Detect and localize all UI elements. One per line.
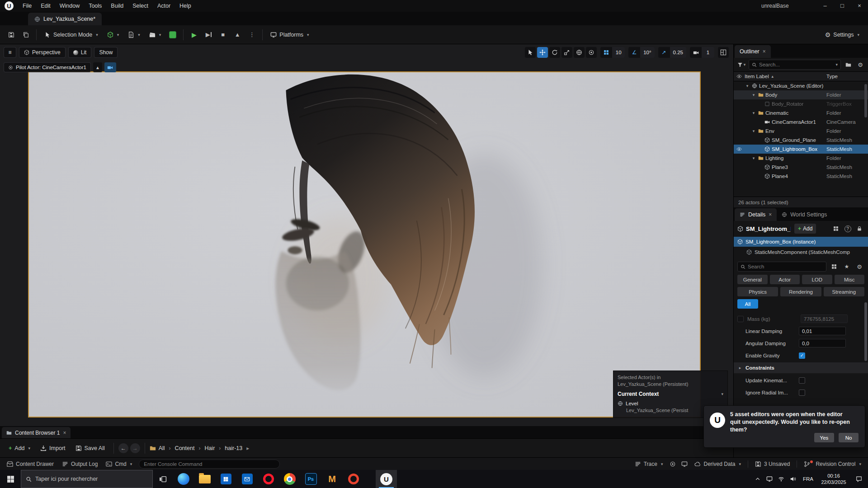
toast-yes-button[interactable]: Yes	[814, 433, 834, 442]
menu-actor[interactable]: Actor	[153, 0, 175, 12]
breadcrumb-hair-13[interactable]: hair-13	[224, 445, 243, 451]
taskbar-app-mail[interactable]	[236, 470, 258, 488]
close-button[interactable]: ×	[851, 0, 868, 12]
details-favorites-button[interactable]: ★	[842, 262, 852, 272]
maximize-viewport-button[interactable]	[718, 47, 729, 58]
tray-display-icon[interactable]	[764, 470, 775, 488]
details-settings-button[interactable]: ⚙	[854, 262, 864, 272]
breadcrumb-hair[interactable]: Hair	[203, 445, 216, 451]
current-context-dropdown[interactable]: Current Context ▾	[618, 390, 723, 398]
lit-dropdown[interactable]: Lit	[68, 47, 92, 58]
toast-no-button[interactable]: No	[839, 433, 859, 442]
rotation-snap-control[interactable]: ∠ 10°	[628, 47, 654, 58]
camera-speed-control[interactable]: 1	[690, 47, 714, 58]
menu-build[interactable]: Build	[106, 0, 128, 12]
trace-dropdown[interactable]: Trace ▾	[632, 458, 666, 470]
scale-snap-control[interactable]: ↗ 0.25	[658, 47, 686, 58]
world-space-toggle[interactable]	[574, 47, 585, 58]
pilot-actor-label-pill[interactable]: Pilot Actor: CineCameraActor1	[4, 62, 91, 72]
viewport-options-button[interactable]: ≡	[4, 47, 16, 58]
outliner-row[interactable]: ▾Lev_Yazkua_Scene (Editor)	[734, 81, 868, 90]
browse-content-button[interactable]	[19, 28, 33, 42]
outliner-search-input[interactable]	[759, 62, 832, 67]
taskbar-app-store[interactable]	[215, 470, 236, 488]
component-row[interactable]: StaticMeshComponent (StaticMeshComp	[734, 247, 868, 257]
tray-hidden-icons-button[interactable]	[752, 470, 764, 488]
filter-physics[interactable]: Physics	[737, 287, 778, 296]
taskbar-app-unreal[interactable]: U	[376, 470, 397, 488]
expander-icon[interactable]: ▾	[751, 129, 756, 133]
ignore-radial-checkbox[interactable]	[799, 389, 805, 396]
pilot-camera-view-toggle[interactable]	[104, 62, 116, 72]
tab-level-scene[interactable]: Lev_Yazkua_Scene*	[28, 13, 102, 25]
cb-save-all-button[interactable]: Save All	[71, 441, 109, 455]
breadcrumb-content[interactable]: Content	[174, 445, 196, 451]
filter-streaming[interactable]: Streaming	[824, 287, 864, 296]
close-icon[interactable]: ×	[769, 211, 772, 218]
filter-misc[interactable]: Misc	[835, 275, 865, 284]
outliner-row[interactable]: ▾Body Folder	[734, 90, 868, 99]
outliner-row[interactable]: Plane3 StaticMesh	[734, 163, 868, 172]
cinematics-dropdown[interactable]: ▾	[145, 28, 165, 42]
play-button[interactable]: ▶	[187, 28, 201, 42]
frame-skip-button[interactable]: ▶	[202, 28, 215, 42]
taskbar-app-m[interactable]: M	[321, 470, 343, 488]
visibility-column-header[interactable]	[734, 74, 745, 79]
breadcrumb-all[interactable]: All	[158, 445, 166, 451]
menu-select[interactable]: Select	[128, 0, 153, 12]
outliner-row[interactable]: SM_Ground_Plane StaticMesh	[734, 136, 868, 145]
outliner-row[interactable]: ▾Env Folder	[734, 127, 868, 136]
world-settings-tab[interactable]: World Settings	[777, 208, 832, 221]
level-viewport[interactable]: ≡ Perspective Lit Show 10	[0, 44, 733, 426]
surface-snap-toggle[interactable]	[586, 47, 597, 58]
record-button[interactable]	[668, 459, 678, 469]
scale-tool-button[interactable]	[561, 47, 572, 58]
content-browser-tab[interactable]: Content Browser 1 ×	[2, 427, 71, 438]
add-component-button[interactable]: + Add	[794, 224, 816, 234]
grid-snap-value[interactable]: 10	[612, 47, 625, 58]
filter-rendering[interactable]: Rendering	[780, 287, 821, 296]
save-button[interactable]	[5, 28, 18, 42]
forward-button[interactable]: →	[130, 443, 140, 453]
taskbar-app-chrome[interactable]	[279, 470, 300, 488]
outliner-row[interactable]: ▾Cinematic Folder	[734, 108, 868, 117]
taskbar-search[interactable]	[21, 470, 153, 488]
outliner-row[interactable]: CineCameraActor1 CineCamera	[734, 117, 868, 127]
type-column-header[interactable]: Type	[826, 74, 868, 79]
outliner-row[interactable]: Body_Rotator TriggerBox	[734, 99, 868, 108]
eject-button[interactable]: ▲	[231, 28, 244, 42]
translate-tool-button[interactable]	[537, 47, 548, 58]
taskbar-app-file-explorer[interactable]	[194, 470, 215, 488]
details-lock-button[interactable]	[854, 224, 864, 234]
rotation-snap-value[interactable]: 10°	[640, 47, 654, 58]
rotate-tool-button[interactable]	[549, 47, 560, 58]
update-kinematic-checkbox[interactable]	[799, 377, 805, 384]
details-search[interactable]	[737, 262, 826, 272]
taskbar-search-input[interactable]	[35, 476, 148, 482]
camera-speed-value[interactable]: 1	[702, 47, 714, 58]
camera-view[interactable]	[28, 71, 701, 418]
stop-button[interactable]: ■	[216, 28, 230, 42]
menu-file[interactable]: File	[18, 0, 36, 12]
select-tool-button[interactable]	[525, 47, 536, 58]
outliner-tab[interactable]: Outliner ×	[735, 45, 771, 58]
instance-row-selected[interactable]: SM_Lightroom_Box (Instance)	[734, 237, 868, 247]
stop-piloting-button[interactable]: ▲	[93, 62, 102, 72]
console-command-field[interactable]	[139, 460, 280, 469]
filter-general[interactable]: General	[737, 275, 768, 284]
tray-volume-icon[interactable]	[787, 470, 799, 488]
action-center-button[interactable]	[850, 470, 868, 488]
start-button[interactable]	[0, 470, 21, 488]
settings-dropdown[interactable]: ⚙ Settings ▾	[821, 28, 863, 42]
expander-icon[interactable]: ▾	[751, 111, 756, 115]
expander-icon[interactable]: ▾	[751, 156, 756, 160]
task-view-button[interactable]	[153, 470, 173, 488]
details-scrollbar[interactable]	[864, 302, 867, 361]
expander-icon[interactable]: ▾	[745, 84, 750, 88]
outliner-scrollbar[interactable]	[864, 84, 867, 117]
play-options-button[interactable]: ⋮	[245, 28, 259, 42]
output-log-button[interactable]: Output Log	[59, 458, 101, 470]
constraints-section-header[interactable]: ▸ Constraints	[734, 362, 868, 373]
linear-damping-field[interactable]: 0,01	[799, 327, 846, 335]
unsaved-assets-button[interactable]: 3 Unsaved	[752, 458, 793, 470]
